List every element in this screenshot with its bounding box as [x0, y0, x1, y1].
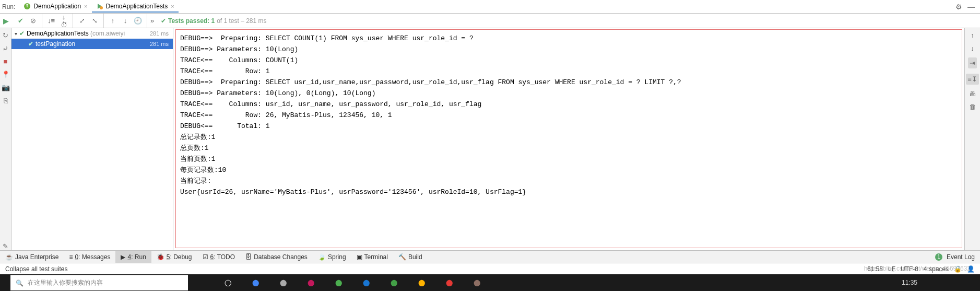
test-run-icon: [96, 3, 103, 10]
tool-window-spring[interactable]: 🍃Spring: [313, 251, 351, 263]
tool-window-bar: ☕Java Enterprise≡0: Messages▶4: Run🐞5: D…: [0, 250, 980, 263]
stop-icon[interactable]: ■: [4, 57, 8, 65]
right-tool-gutter: ↑ ↓ ⇥ ≡↧ 🖶 🗑: [964, 28, 980, 250]
tab-demo-application-tests[interactable]: DemoApplicationTests ×: [92, 1, 179, 13]
test-toolbar: ▶ ✔ ⊘ ↓≡ ↓⏱ ⤢ ⤡ ↑ ↓ 🕘 » ✔ Tests passed: …: [0, 14, 980, 28]
close-icon[interactable]: ×: [171, 3, 174, 9]
tool-window-debug[interactable]: 🐞5: Debug: [151, 251, 197, 263]
event-log-button[interactable]: 1 Event Log: [930, 251, 980, 263]
search-icon: 🔍: [16, 280, 23, 287]
sort-duration-icon[interactable]: ↓⏱: [59, 13, 68, 29]
check-icon: ✔: [161, 17, 166, 25]
scroll-end-icon[interactable]: ≡↧: [966, 74, 979, 85]
tree-root-time: 281 ms: [150, 30, 171, 37]
rerun-icon[interactable]: ↻: [3, 31, 8, 39]
tab-label: DemoApplication: [33, 3, 81, 10]
build-icon: 🔨: [398, 253, 406, 261]
todo-icon: ☑: [203, 253, 208, 261]
tool-window-todo[interactable]: ☑6: TODO: [197, 251, 241, 263]
event-count-badge: 1: [935, 253, 942, 261]
tab-label: DemoApplicationTests: [106, 3, 168, 10]
console-output[interactable]: DEBUG==> Preparing: SELECT COUNT(1) FROM…: [175, 29, 962, 248]
gear-icon[interactable]: ⚙: [955, 3, 962, 11]
chevron-down-icon[interactable]: ▾: [15, 31, 17, 37]
console-panel: DEBUG==> Preparing: SELECT COUNT(1) FROM…: [173, 28, 980, 250]
taskbar-search-placeholder: 在这里输入你要搜索的内容: [28, 278, 103, 287]
test-status-text: ✔ Tests passed: 1 of 1 test – 281 ms: [161, 17, 267, 25]
print-icon[interactable]: 🖶: [969, 90, 976, 98]
taskbar-app-icon[interactable]: ⬤: [391, 279, 397, 286]
taskbar-app-icon[interactable]: ⬤: [474, 279, 480, 286]
tool-window-database-changes[interactable]: 🗄Database Changes: [240, 251, 313, 263]
tree-root-row[interactable]: ▾ ✔ DemoApplicationTests (com.aiweiyi 28…: [11, 28, 173, 39]
check-icon: ✔: [28, 40, 33, 48]
run-icon[interactable]: ▶: [3, 17, 9, 25]
java-enterprise-icon: ☕: [5, 253, 13, 261]
spring-boot-icon: [23, 3, 31, 10]
spring-icon: 🍃: [318, 253, 326, 261]
taskbar-app-icon[interactable]: ⬤: [308, 279, 314, 286]
taskbar-app-icon[interactable]: ⬤: [446, 279, 453, 286]
database-changes-icon: 🗄: [245, 253, 252, 261]
debug-icon: 🐞: [157, 253, 164, 261]
test-tree-panel: ▾ ✔ DemoApplicationTests (com.aiweiyi 28…: [11, 28, 173, 250]
taskbar-time: 11:35: [902, 279, 980, 286]
sort-alpha-icon[interactable]: ↓≡: [46, 17, 56, 25]
tests-passed-count: Tests passed: 1: [168, 17, 215, 25]
run-icon: ▶: [121, 253, 125, 261]
main-content: ↻ ⤾ ■ 📍 📷 ⎘ ✎ ▾ ✔ DemoApplicationTests (…: [0, 28, 980, 250]
tab-demo-application[interactable]: DemoApplication ×: [19, 1, 91, 13]
prev-failed-icon[interactable]: ↑: [108, 17, 117, 25]
toggle-auto-icon[interactable]: ⤾: [3, 44, 8, 52]
close-icon[interactable]: ×: [84, 3, 87, 9]
collapse-all-icon[interactable]: ⤡: [90, 17, 99, 25]
wand-icon[interactable]: ✎: [3, 242, 8, 250]
taskbar-app-icon[interactable]: ⬤: [418, 279, 425, 286]
watermark-text: https://blog.csdn.net/weixin_45697632: [864, 265, 971, 272]
tool-window-messages[interactable]: ≡0: Messages: [64, 251, 115, 263]
taskbar-app-icon[interactable]: ◯: [225, 279, 231, 286]
history-icon[interactable]: 🕘: [133, 17, 143, 25]
show-passed-icon[interactable]: ✔: [16, 17, 25, 25]
tool-window-run[interactable]: ▶4: Run: [115, 251, 151, 263]
tool-window-java-enterprise[interactable]: ☕Java Enterprise: [0, 251, 64, 263]
svg-point-1: [100, 6, 103, 9]
pin-icon[interactable]: 📍: [2, 71, 10, 78]
left-tool-gutter: ↻ ⤾ ■ 📍 📷 ⎘ ✎: [0, 28, 11, 250]
next-failed-icon[interactable]: ↓: [121, 17, 130, 25]
down-icon[interactable]: ↓: [971, 44, 974, 52]
minimize-icon[interactable]: —: [967, 3, 975, 11]
dump-icon[interactable]: ⎘: [4, 97, 8, 104]
taskbar-app-icon[interactable]: ⬤: [252, 279, 259, 286]
check-icon: ✔: [19, 30, 25, 37]
taskbar-app-icon[interactable]: ⬤: [335, 279, 342, 286]
tool-window-build[interactable]: 🔨Build: [393, 251, 428, 263]
tool-window-terminal[interactable]: ▣Terminal: [351, 251, 393, 263]
camera-icon[interactable]: 📷: [2, 84, 10, 91]
messages-icon: ≡: [69, 253, 73, 261]
up-icon[interactable]: ↑: [971, 31, 974, 39]
taskbar-app-icon[interactable]: ⬤: [280, 279, 287, 286]
show-ignored-icon[interactable]: ⊘: [28, 17, 38, 25]
status-bar: Collapse all test suites 61:58 LF UTF-8 …: [0, 263, 980, 274]
status-hint: Collapse all test suites: [5, 265, 867, 273]
tree-root-label: DemoApplicationTests (com.aiweiyi: [27, 30, 150, 37]
run-tabs-row: Run: DemoApplication × DemoApplicationTe…: [0, 0, 980, 14]
more-icon[interactable]: »: [147, 17, 157, 25]
tree-child-time: 281 ms: [150, 41, 171, 47]
terminal-icon: ▣: [357, 253, 362, 261]
soft-wrap-icon[interactable]: ⇥: [968, 57, 977, 68]
run-label: Run:: [2, 3, 15, 10]
taskbar-search[interactable]: 🔍 在这里输入你要搜索的内容: [10, 275, 188, 290]
trash-icon[interactable]: 🗑: [969, 103, 976, 111]
tree-child-row[interactable]: ✔ testPagination 281 ms: [11, 39, 173, 49]
taskbar-app-icon[interactable]: ⬤: [363, 279, 370, 286]
tests-total-count: of 1 test – 281 ms: [217, 17, 266, 25]
tree-child-label: testPagination: [36, 40, 150, 48]
expand-all-icon[interactable]: ⤢: [77, 17, 87, 25]
